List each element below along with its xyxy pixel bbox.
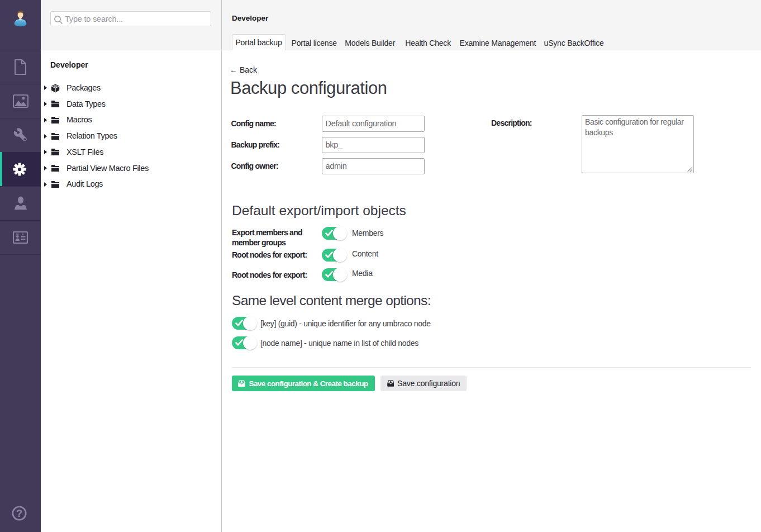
svg-text:?: ? [16, 507, 22, 519]
